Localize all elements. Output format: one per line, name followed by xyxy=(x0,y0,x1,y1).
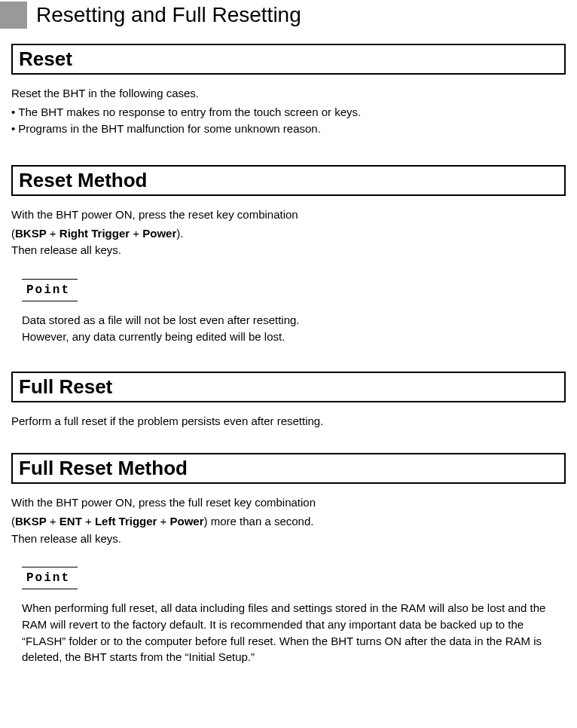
combo-key-bksp: BKSP xyxy=(15,515,47,528)
combo-key-bksp: BKSP xyxy=(15,227,47,240)
reset-bullet-1: • The BHT makes no response to entry fro… xyxy=(11,104,566,121)
page-title: Resetting and Full Resetting xyxy=(36,3,301,27)
reset-method-line3: Then release all keys. xyxy=(11,242,566,259)
point-body-line1: Data stored as a file will not be lost e… xyxy=(22,312,566,329)
bullet-icon: • xyxy=(11,121,15,138)
full-reset-method-line1: With the BHT power ON, press the full re… xyxy=(11,494,566,512)
reset-intro: Reset the BHT in the following cases. xyxy=(11,85,566,102)
combo-plus: + xyxy=(157,515,169,528)
reset-method-combo: (BKSP + Right Trigger + Power). xyxy=(11,225,566,242)
header-square-icon xyxy=(0,2,27,29)
reset-method-line1: With the BHT power ON, press the reset k… xyxy=(11,206,566,224)
combo-close: ). xyxy=(176,227,183,240)
combo-plus: + xyxy=(82,515,95,528)
reset-bullet-2: • Programs in the BHT malfunction for so… xyxy=(11,121,566,138)
point-body: When performing full reset, all data inc… xyxy=(22,600,566,665)
section-heading-full-reset-method: Full Reset Method xyxy=(11,453,566,484)
combo-close: ) more than a second. xyxy=(204,515,314,528)
reset-bullet-1-text: The BHT makes no response to entry from … xyxy=(18,104,361,121)
combo-plus: + xyxy=(47,515,60,528)
point-block-reset: Point Data stored as a file will not be … xyxy=(11,279,566,345)
full-reset-body: Perform a full reset if the problem pers… xyxy=(11,413,566,430)
combo-key-power: Power xyxy=(170,515,204,528)
reset-bullet-2-text: Programs in the BHT malfunction for some… xyxy=(18,121,321,138)
bullet-icon: • xyxy=(11,104,15,121)
point-body-line2: However, any data currently being edited… xyxy=(22,329,566,345)
combo-key-power: Power xyxy=(142,227,176,240)
section-heading-full-reset: Full Reset xyxy=(11,372,566,402)
content: Reset Reset the BHT in the following cas… xyxy=(0,44,577,665)
combo-key-ent: ENT xyxy=(60,515,82,528)
combo-key-left-trigger: Left Trigger xyxy=(95,515,157,528)
point-label: Point xyxy=(22,279,78,301)
point-block-full-reset: Point When performing full reset, all da… xyxy=(11,567,566,665)
full-reset-method-combo: (BKSP + ENT + Left Trigger + Power) more… xyxy=(11,512,566,530)
combo-plus: + xyxy=(130,227,142,240)
page-header: Resetting and Full Resetting xyxy=(0,0,577,44)
section-heading-reset-method: Reset Method xyxy=(11,165,566,196)
combo-key-right-trigger: Right Trigger xyxy=(60,227,130,240)
full-reset-method-line3: Then release all keys. xyxy=(11,531,566,548)
combo-plus: + xyxy=(47,227,60,240)
section-heading-reset: Reset xyxy=(11,44,566,75)
point-label: Point xyxy=(22,567,78,589)
